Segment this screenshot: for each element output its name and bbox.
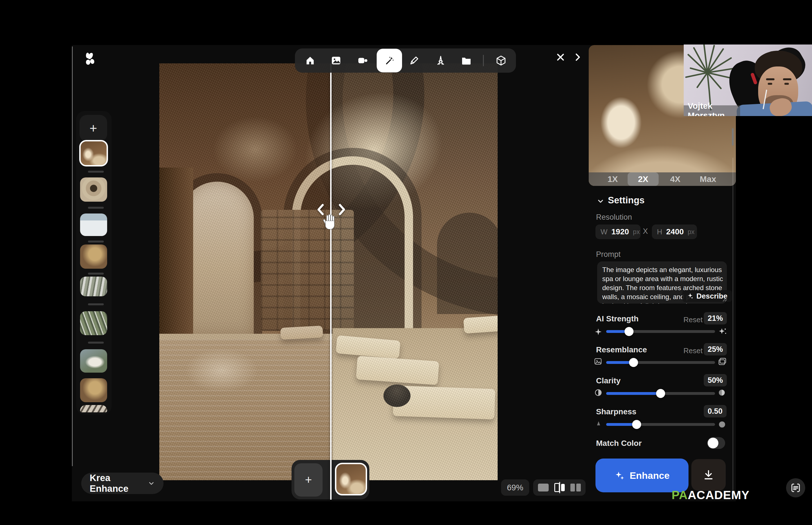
sidebar-thumbnail[interactable] xyxy=(80,405,107,412)
canvas-image[interactable] xyxy=(159,63,498,480)
view-side-by-side-icon[interactable] xyxy=(570,484,581,492)
paacademy-watermark: PAACADEMY xyxy=(671,489,750,502)
upscale-4x-button[interactable]: 4X xyxy=(660,172,691,186)
upscale-2x-button-active[interactable]: 2X xyxy=(628,172,658,186)
structure-icon[interactable] xyxy=(432,48,449,73)
sparkles-icon xyxy=(614,470,625,481)
upscale-factor-bar: 1X 2X 4X Max xyxy=(589,172,736,186)
eye xyxy=(784,83,789,85)
captions-button[interactable] xyxy=(786,478,805,497)
draw-icon[interactable] xyxy=(406,48,423,73)
sidebar-thumbnail[interactable] xyxy=(80,311,107,335)
3d-object-icon[interactable] xyxy=(493,48,509,73)
sidebar-add-image-button[interactable]: + xyxy=(79,115,107,141)
participant-name-label: Vojtek Morsztyn xyxy=(684,105,740,116)
layer-thumbnail-selected[interactable] xyxy=(335,463,367,495)
close-button[interactable] xyxy=(553,50,568,64)
chevron-down-icon xyxy=(148,479,155,487)
clarity-slider[interactable] xyxy=(606,392,715,395)
video-icon[interactable] xyxy=(354,48,371,73)
assets-folder-icon[interactable] xyxy=(458,48,475,73)
sharpness-value: 0.50 xyxy=(704,405,727,417)
model-selector[interactable]: Krea Enhance xyxy=(81,472,163,494)
watermark-academy: ACADEMY xyxy=(688,489,750,501)
settings-collapse-chevron-icon[interactable] xyxy=(597,197,605,205)
sidebar-divider xyxy=(88,342,104,344)
home-icon[interactable] xyxy=(302,48,319,73)
download-icon xyxy=(702,469,714,481)
sidebar-divider xyxy=(88,207,104,209)
view-single-icon[interactable] xyxy=(538,484,549,492)
resolution-label: Resolution xyxy=(596,213,632,222)
enhance-button[interactable]: Enhance xyxy=(595,459,688,492)
ai-strength-slider-thumb[interactable] xyxy=(624,327,634,336)
prompt-line: The image depicts an elegant, luxurious xyxy=(602,265,722,274)
resolution-separator: X xyxy=(643,227,648,236)
ai-strength-value: 21% xyxy=(704,312,727,325)
sidebar-thumbnail[interactable] xyxy=(80,177,107,202)
divider-chevron-right-icon[interactable] xyxy=(336,202,347,217)
match-color-toggle-off[interactable] xyxy=(707,437,725,449)
width-field[interactable]: W 1920 px xyxy=(595,224,641,239)
clarity-label: Clarity xyxy=(596,376,621,385)
sparkle-max-icon xyxy=(718,327,727,336)
height-field[interactable]: H 2400 px xyxy=(652,224,697,239)
hand-cursor-icon xyxy=(322,213,338,230)
sharpness-label: Sharpness xyxy=(596,407,636,416)
after-side-overlay xyxy=(332,63,498,480)
sidebar-thumbnail[interactable] xyxy=(80,244,107,269)
zoom-level-indicator[interactable]: 69% xyxy=(501,479,529,496)
compare-divider-handle[interactable] xyxy=(330,63,332,500)
resemblance-reset[interactable]: Reset xyxy=(683,346,702,355)
gallery-icon[interactable] xyxy=(328,48,345,73)
screen: + xyxy=(0,0,812,525)
sidebar-divider xyxy=(88,171,104,172)
ai-strength-slider[interactable] xyxy=(606,330,715,333)
sidebar-divider xyxy=(88,241,104,242)
before-side-overlay xyxy=(159,63,331,480)
ai-strength-reset[interactable]: Reset xyxy=(683,315,702,324)
sharpness-slider-thumb[interactable] xyxy=(632,420,641,429)
photo-icon xyxy=(594,357,602,365)
sidebar-thumbnail[interactable] xyxy=(80,349,107,373)
sidebar-thumbnail[interactable] xyxy=(80,276,107,296)
webcam-overlay: Vojtek Morsztyn xyxy=(684,45,812,116)
upscale-max-button[interactable]: Max xyxy=(693,172,724,186)
toolbar-separator xyxy=(483,55,484,66)
model-selector-label: Krea Enhance xyxy=(90,472,143,494)
sharpness-max-dot xyxy=(719,421,726,428)
panel-scrollbar-thumb[interactable] xyxy=(732,128,734,146)
upscale-1x-button[interactable]: 1X xyxy=(597,172,628,186)
download-button[interactable] xyxy=(691,459,726,491)
window-left-edge xyxy=(72,46,73,466)
sidebar-thumbnail[interactable] xyxy=(80,378,107,402)
enhance-wand-tool-active[interactable] xyxy=(377,49,402,72)
sidebar-thumbnail[interactable] xyxy=(80,213,107,236)
next-image-button[interactable] xyxy=(570,50,585,64)
match-color-label: Match Color xyxy=(596,439,642,448)
clarity-slider-thumb[interactable] xyxy=(656,389,665,398)
view-split-icon-active[interactable] xyxy=(554,482,566,493)
watermark-pa: PA xyxy=(671,489,688,501)
height-field-value: 2400 xyxy=(666,227,684,236)
height-field-key: H xyxy=(657,228,662,236)
settings-title[interactable]: Settings xyxy=(608,195,644,206)
eye xyxy=(768,83,772,85)
width-field-key: W xyxy=(600,228,608,236)
sidebar-thumbnail-selected[interactable] xyxy=(80,141,107,166)
resemblance-slider[interactable] xyxy=(606,361,715,364)
sharpness-slider[interactable] xyxy=(606,423,715,426)
resemblance-slider-thumb[interactable] xyxy=(629,358,638,367)
enhance-button-label: Enhance xyxy=(629,470,670,481)
brow xyxy=(783,78,792,80)
photos-stack-icon xyxy=(718,357,727,366)
krea-logo[interactable] xyxy=(84,52,96,65)
prompt-line: spa or lounge area with a modern, rustic xyxy=(602,274,722,283)
textarea-resize-handle[interactable] xyxy=(722,296,727,302)
sparkle-min-icon xyxy=(594,328,602,336)
panel-scrollbar[interactable] xyxy=(733,158,733,498)
width-field-unit: px xyxy=(633,228,640,236)
add-layer-button[interactable]: + xyxy=(294,463,322,497)
prompt-label: Prompt xyxy=(596,250,621,259)
sidebar-divider xyxy=(88,273,104,275)
